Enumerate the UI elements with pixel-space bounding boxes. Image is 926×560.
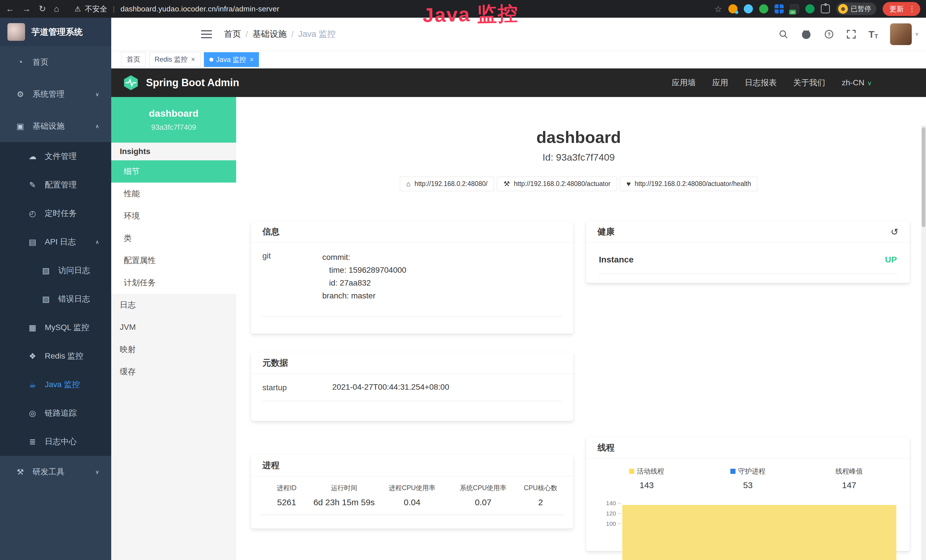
sba-menu-item-性能[interactable]: 性能 [111,183,236,205]
breadcrumb-separator: / [245,29,248,39]
process-value: 5261 [261,493,312,515]
sidebar-item-java[interactable]: ☕Java 监控 [0,370,111,399]
hamburger-icon[interactable] [201,30,212,38]
breadcrumb-item[interactable]: 首页 [224,28,241,40]
sidebar-item-home[interactable]: ◔首页 [0,46,111,78]
extension-icon-2[interactable] [744,4,753,14]
sidebar-item-label: 配置管理 [45,179,77,190]
extension-icon-1[interactable] [728,4,737,14]
endpoint-link[interactable]: ⌂http://192.168.0.2:48080/ [400,177,494,191]
sba-instance-header[interactable]: dashboard 93a3fc7f7409 [111,97,236,143]
breadcrumb-item[interactable]: 基础设施 [253,28,287,40]
tab-label: Redis 监控 [154,55,188,64]
sidebar-item-devtools[interactable]: ⚒研发工具∨ [0,456,111,488]
timer-icon: ◴ [27,209,38,218]
legend-label: 守护进程 [738,467,766,476]
threads-chart: 140120100 [596,498,900,541]
sidebar-item-config[interactable]: ✎配置管理 [0,171,111,199]
security-warning-icon[interactable]: ⚠ [74,5,81,13]
search-icon[interactable] [778,29,788,39]
sidebar-item-api-log[interactable]: ▤API 日志∧ [0,228,111,256]
legend-item[interactable]: 线程峰值147 [799,467,900,490]
sba-body: dashboard 93a3fc7f7409 Insights 细节性能环境类配… [111,97,926,560]
sidebar-item-trace[interactable]: ◎链路追踪 [0,399,111,427]
font-size-icon[interactable]: TT [869,29,878,39]
sba-nav-link-应用墙[interactable]: 应用墙 [672,77,696,88]
user-avatar[interactable]: ▾ [890,23,918,45]
url-text[interactable]: dashboard.yudao.iocoder.cn/infra/admin-s… [120,5,279,14]
sba-menu-item-缓存[interactable]: 缓存 [111,360,236,383]
sba-menu-item-JVM[interactable]: JVM [111,316,236,338]
close-tab-icon[interactable]: × [250,56,254,64]
health-row[interactable]: Instance UP [599,255,897,274]
info-line: branch: master [322,289,562,302]
info-key: git [262,251,322,302]
back-icon[interactable]: ← [6,5,14,13]
sba-nav-link-应用[interactable]: 应用 [713,77,728,88]
browser-home-icon[interactable]: ⌂ [54,5,59,13]
address-bar[interactable]: ⚠ 不安全 | dashboard.yudao.iocoder.cn/infra… [74,4,279,14]
tab-Redis 监控[interactable]: Redis 监控× [149,52,200,67]
bookmark-star-icon[interactable]: ☆ [714,4,722,14]
sba-menu-item-映射[interactable]: 映射 [111,338,236,360]
sidebar-item-label: 定时任务 [45,208,77,219]
update-label: 更新 [890,4,904,14]
process-value: 2 [518,493,563,515]
sidebar-item-system[interactable]: ⚙系统管理∨ [0,78,111,110]
sidebar-item-mysql[interactable]: ▦MySQL 监控 [0,313,111,342]
extension-grid-icon[interactable] [775,4,784,14]
history-icon[interactable]: ↺ [891,227,898,238]
address-separator: | [113,5,115,14]
app-logo-row[interactable]: 芋道管理系统 [0,18,111,46]
fullscreen-icon[interactable] [846,29,856,39]
chevron-up-icon: ∧ [95,123,99,130]
update-button[interactable]: 更新 ⋮ [883,2,920,16]
sidebar-item-redis[interactable]: ❖Redis 监控 [0,342,111,370]
sba-brand[interactable]: Spring Boot Admin [123,74,239,91]
sba-menu-item-配置属性[interactable]: 配置属性 [111,249,236,272]
sidebar-item-job[interactable]: ◴定时任务 [0,199,111,228]
sidebar-item-error-log[interactable]: ▨错误日志 [0,285,111,313]
extensions-puzzle-icon[interactable] [821,4,830,14]
reload-icon[interactable]: ↻ [39,5,46,13]
api-log-icon: ▤ [27,238,38,247]
close-tab-icon[interactable]: × [191,55,195,64]
file-cloud-icon: ☁ [27,152,38,161]
sba-locale-select[interactable]: zh-CN∨ [842,78,872,87]
legend-swatch [730,469,735,474]
forward-icon[interactable]: → [22,5,31,13]
sba-menu-item-环境[interactable]: 环境 [111,205,236,227]
endpoint-link[interactable]: ♥http://192.168.0.2:48080/actuator/healt… [620,177,758,191]
sba-nav-links: 应用墙应用日志报表关于我们zh-CN∨ [672,77,915,88]
sidebar-item-log-center[interactable]: ≣日志中心 [0,427,111,456]
github-icon[interactable] [800,29,812,40]
scrollbar[interactable] [921,126,926,560]
health-card-title: 健康 [598,226,614,238]
endpoint-link[interactable]: ⚒http://192.168.0.2:48080/actuator [497,177,617,191]
sba-menu-item-日志[interactable]: 日志 [111,294,236,316]
extension-icon-6[interactable] [805,4,814,14]
sidebar-item-infra[interactable]: ▣基础设施∧ [0,110,111,142]
endpoint-links: ⌂http://192.168.0.2:48080/⚒http://192.16… [236,177,921,191]
help-icon[interactable]: ? [824,29,834,39]
profile-chip[interactable]: ☻ 已暂停 [836,3,876,15]
wrench-icon: ⚒ [503,180,510,188]
sba-menu-item-计划任务[interactable]: 计划任务 [111,272,236,294]
legend-item[interactable]: 活动线程143 [596,467,697,490]
legend-item[interactable]: 守护进程53 [697,467,799,490]
scrollbar-thumb[interactable] [922,127,925,227]
tab-Java 监控[interactable]: Java 监控× [204,52,259,67]
sba-nav-link-日志报表[interactable]: 日志报表 [745,77,777,88]
sidebar-item-access-log[interactable]: ▧访问日志 [0,256,111,285]
menu-kebab-icon[interactable]: ⋮ [908,5,916,14]
sba-nav-link-关于我们[interactable]: 关于我们 [793,77,825,88]
sba-menu-item-类[interactable]: 类 [111,227,236,249]
extension-on-icon[interactable]: on [790,4,799,14]
sidebar-item-label: Redis 监控 [45,351,83,362]
sidebar-item-file[interactable]: ☁文件管理 [0,142,111,171]
security-label: 不安全 [85,4,107,14]
sba-menu-item-细节[interactable]: 细节 [111,160,236,183]
extension-icon-3[interactable] [759,4,768,14]
tab-首页[interactable]: 首页 [121,52,146,67]
sba-sidebar: dashboard 93a3fc7f7409 Insights 细节性能环境类配… [111,97,236,560]
